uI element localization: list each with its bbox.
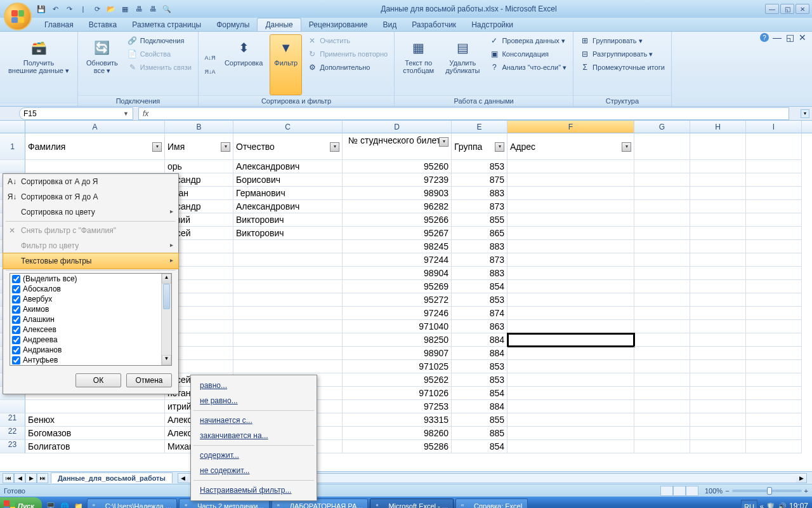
checklist-item[interactable]: Акимов [10, 304, 171, 314]
office-button[interactable] [4, 3, 32, 30]
filter-custom[interactable]: Настраиваемый фильтр... [191, 483, 317, 498]
cell[interactable] [233, 307, 343, 320]
sort-az-button[interactable]: А↓Я [202, 51, 218, 64]
col-C[interactable]: C [233, 121, 343, 133]
cell[interactable]: 95269 [343, 280, 452, 293]
cell[interactable]: 853 [452, 360, 508, 373]
filter-btn-D[interactable]: ▾ [439, 137, 449, 147]
cell[interactable] [690, 320, 746, 333]
cell[interactable]: 883 [452, 187, 508, 200]
sheet-nav-last[interactable]: ⏭ [37, 473, 48, 483]
cell[interactable] [508, 293, 634, 307]
zoom-out-button[interactable]: − [725, 487, 729, 495]
cell[interactable] [233, 280, 343, 293]
col-A[interactable]: A [25, 121, 165, 133]
show-desktop-icon[interactable]: 🖥️ [44, 500, 57, 508]
cell[interactable] [746, 320, 802, 333]
cell[interactable] [690, 213, 746, 227]
cell[interactable] [508, 427, 634, 440]
cell[interactable] [746, 187, 802, 200]
normal-view-button[interactable] [660, 486, 673, 496]
row-head[interactable] [0, 160, 25, 173]
header-group[interactable]: Группа▾ [452, 133, 508, 160]
cell[interactable]: 95266 [343, 213, 452, 227]
sheet-nav-prev[interactable]: ◀ [14, 473, 25, 483]
cell[interactable] [746, 333, 802, 347]
tab-developer[interactable]: Разработчик [404, 18, 464, 31]
cell[interactable] [690, 413, 746, 427]
row-head-1[interactable]: 1 [0, 133, 25, 160]
scroll-thumb[interactable] [163, 284, 170, 309]
cell[interactable]: 98250 [343, 333, 452, 347]
sort-za-button[interactable]: Я↓А [202, 65, 218, 78]
cell[interactable] [746, 360, 802, 373]
filter-btn-E[interactable]: ▾ [495, 142, 504, 152]
cell[interactable] [690, 333, 746, 347]
clock[interactable]: 19:07 [789, 502, 808, 508]
header-patronymic[interactable]: Отчество▾ [233, 133, 343, 160]
cell[interactable] [233, 320, 343, 333]
checklist-item[interactable]: Андреева [10, 335, 171, 345]
chevron-down-icon[interactable]: ▼ [123, 110, 129, 117]
cell[interactable]: 97253 [343, 400, 452, 413]
sort-button[interactable]: ⬍ Сортировка [220, 34, 267, 95]
cell[interactable]: орь [165, 160, 233, 173]
print-icon[interactable]: 🖶 [133, 3, 145, 15]
tray-icon-1[interactable]: 🛡️ [766, 502, 775, 509]
cell[interactable] [690, 387, 746, 400]
help-icon[interactable]: ? [760, 33, 769, 42]
filter-button[interactable]: ▼ Фильтр [270, 34, 302, 95]
cell[interactable] [746, 307, 802, 320]
cell[interactable] [690, 253, 746, 267]
row-head[interactable]: 21 [0, 413, 25, 427]
cell[interactable] [508, 320, 634, 333]
scroll-up-icon[interactable]: ▲ [162, 274, 171, 284]
cell[interactable] [746, 293, 802, 307]
cell[interactable] [508, 253, 634, 267]
sheet-tab-active[interactable]: Данные_для_восьмой_работы [51, 472, 173, 483]
cell[interactable] [634, 333, 690, 347]
cell[interactable]: 97246 [343, 307, 452, 320]
cell[interactable]: 855 [452, 413, 508, 427]
cell[interactable] [690, 440, 746, 453]
sheet-nav-first[interactable]: ⏮ [3, 473, 14, 483]
cell[interactable] [634, 227, 690, 240]
cell[interactable] [746, 280, 802, 293]
cell[interactable] [508, 240, 634, 253]
cell[interactable] [508, 227, 634, 240]
cell[interactable] [634, 440, 690, 453]
cell[interactable]: Борисович [233, 173, 343, 187]
col-B[interactable]: B [165, 121, 233, 133]
cell[interactable]: Богомазов [25, 427, 165, 440]
cell[interactable] [634, 400, 690, 413]
header-firstname[interactable]: Имя▾ [165, 133, 233, 160]
advanced-filter-button[interactable]: ⚙Дополнительно [304, 61, 390, 74]
cell[interactable] [746, 373, 802, 387]
cell[interactable]: 853 [452, 293, 508, 307]
cell[interactable] [690, 293, 746, 307]
close-button[interactable]: ✕ [796, 4, 809, 14]
col-D[interactable]: D [343, 121, 452, 133]
checklist-item[interactable]: Абоскалов [10, 284, 171, 294]
cell[interactable] [25, 160, 165, 173]
cell[interactable]: 853 [452, 160, 508, 173]
cell[interactable]: 96282 [343, 200, 452, 213]
cell[interactable] [634, 427, 690, 440]
clear-filter-button[interactable]: ✕Очистить [304, 34, 390, 47]
cell[interactable] [508, 200, 634, 213]
formula-input[interactable]: fx [138, 107, 789, 120]
new-icon[interactable]: ▦ [119, 3, 131, 15]
cell[interactable] [746, 400, 802, 413]
cell[interactable]: 873 [452, 253, 508, 267]
cell[interactable] [233, 293, 343, 307]
subtotal-button[interactable]: ΣПромежуточные итоги [577, 61, 667, 74]
cell[interactable]: 95260 [343, 160, 452, 173]
filter-ends-with[interactable]: заканчивается на... [191, 428, 317, 443]
cell[interactable]: 97244 [343, 253, 452, 267]
filter-checklist[interactable]: (Выделить все) АбоскаловАвербухАкимовАла… [10, 273, 172, 366]
save-icon[interactable]: 💾 [36, 3, 47, 15]
scroll-down-icon[interactable]: ▼ [162, 355, 171, 365]
cell[interactable] [634, 413, 690, 427]
cell[interactable]: 883 [452, 267, 508, 280]
cell[interactable]: 98904 [343, 267, 452, 280]
